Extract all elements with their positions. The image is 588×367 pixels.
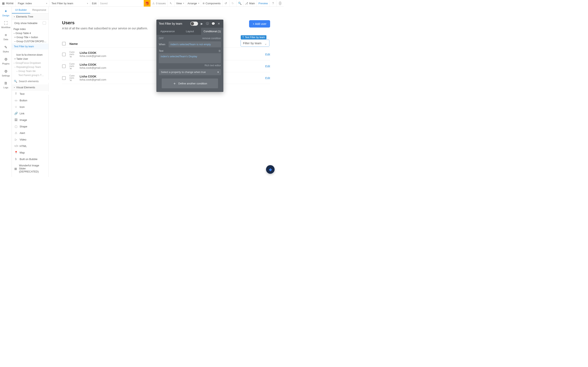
save-status: Saved [98, 0, 109, 7]
account-button[interactable] [277, 0, 284, 7]
rail-logs[interactable]: 🗎Logs [0, 79, 12, 91]
undo-icon: ↺ [225, 2, 227, 5]
row-checkbox[interactable] [62, 64, 66, 68]
rail-plugins[interactable]: ⚙Plugins [0, 55, 12, 67]
row-edit-button[interactable]: Edit [265, 76, 270, 80]
arrange-menu[interactable]: Arrange ▾ [186, 0, 201, 7]
rail-styles[interactable]: ✎Styles [0, 43, 12, 55]
help-fab[interactable]: ◆ [266, 165, 275, 174]
tab-layout[interactable]: Layout [179, 28, 201, 35]
tree-node[interactable]: Text Filter by team [12, 43, 48, 50]
elements-tree-header[interactable]: ▾ Elements Tree [12, 14, 48, 20]
search-icon: 🔍 [14, 80, 17, 83]
row-edit-button[interactable]: Edit [265, 65, 270, 68]
visual-element-item[interactable]: ▢Shape [12, 123, 48, 130]
property-tabs: Appearance Layout Conditional (1) [156, 28, 223, 35]
tree-node[interactable]: + Group Title + button [12, 35, 48, 39]
visual-element-item[interactable]: ☆Icon [12, 104, 48, 110]
element-type-label: Built on Bubble [20, 158, 37, 161]
row-checkbox[interactable] [62, 53, 66, 56]
tree-node[interactable]: Text Parent group's T… [12, 73, 48, 77]
rail-data[interactable]: ≡Data [0, 31, 12, 43]
tab-ui-builder[interactable]: UI Builder [12, 7, 30, 13]
rail-design[interactable]: ✦Design [0, 7, 12, 19]
view-menu[interactable]: View ▾ [174, 0, 186, 7]
redo-button[interactable]: ↻ [229, 0, 236, 7]
reveal-toggle[interactable] [190, 22, 198, 26]
help-button[interactable]: ? [270, 0, 277, 7]
text-expression-input[interactable]: index's selectedTeam's Display [159, 53, 221, 63]
tree-node[interactable]: – Group Table 4 [12, 31, 48, 35]
search-button[interactable]: 🔍 [236, 0, 243, 7]
edit-mode-button[interactable]: Edit [90, 0, 98, 7]
visual-element-item[interactable]: ⚠Alert [12, 130, 48, 136]
play-icon[interactable]: ▶ [200, 22, 204, 25]
tree-node[interactable]: – Group Team tile [12, 69, 48, 73]
search-elements-input[interactable] [19, 80, 53, 83]
delete-property-icon[interactable]: 🗑 [218, 49, 221, 52]
property-editor-title[interactable]: Text Filter by team [159, 22, 189, 25]
tree-node[interactable]: + Table User [12, 57, 48, 61]
tree-node[interactable]: – RepeatingGroup Team [12, 65, 48, 69]
visual-element-item[interactable]: 🖼Image [12, 117, 48, 123]
close-icon[interactable]: ✕ [217, 22, 221, 25]
visual-element-item[interactable]: ▦Wonderful Image Slider V2 [12, 175, 48, 177]
filter-by-team-element[interactable]: T Text Filter by team Filter by team ⌄ [241, 35, 269, 47]
visual-element-item[interactable]: 🔗Link [12, 110, 48, 117]
tree-node[interactable]: – Group CUSTOM DROPDO… [12, 39, 48, 43]
rail-workflow[interactable]: ⛶Workflow [0, 19, 12, 31]
element-type-icon: </> [14, 144, 17, 148]
select-property-label: Select a property to change when true [161, 71, 206, 74]
preview-button[interactable]: Preview [257, 0, 270, 7]
page-label: Page: index [18, 2, 32, 5]
visual-element-item[interactable]: ▦Wonderful Image Slider (DEPRECATED) [12, 162, 48, 175]
visual-element-item[interactable]: bBuilt on Bubble [12, 156, 48, 162]
tab-conditional[interactable]: Conditional (1) [201, 28, 223, 35]
pointer-tool-button[interactable]: ↖ [168, 0, 174, 7]
element-type-label: Shape [20, 125, 27, 128]
visual-element-item[interactable]: 📍Map [12, 149, 48, 156]
select-property-dropdown[interactable]: Select a property to change when true ▾ [159, 69, 221, 75]
add-user-button[interactable]: + Add user [249, 20, 270, 27]
row-edit-button[interactable]: Edit [265, 53, 270, 56]
text-property-label: Text [159, 50, 163, 52]
avatar-icon [279, 1, 282, 5]
components-button[interactable]: ⧈ Components [201, 0, 223, 7]
only-hideable-checkbox[interactable] [43, 21, 46, 25]
rail-settings[interactable]: ⚙Settings [0, 67, 12, 79]
info-icon[interactable]: ⓘ [205, 22, 209, 25]
gift-button[interactable]: 🎁 [144, 0, 151, 7]
element-type-icon: T [14, 92, 17, 95]
visual-element-item[interactable]: ▷Video [12, 136, 48, 143]
rail-label: Design [2, 14, 9, 17]
rich-text-editor-link[interactable]: Rich text editor [159, 64, 221, 67]
tree-node[interactable]: Icon fa fa-chevron-down [12, 53, 48, 57]
home-button[interactable]: ▦ Home [0, 0, 16, 7]
condition-off-label[interactable]: OFF [159, 37, 164, 40]
tree-node[interactable]: – GroupFocus Dropdown [12, 61, 48, 65]
remove-condition-button[interactable]: remove condition [202, 37, 221, 40]
row-email: lisha.cook@gmail.com [80, 66, 106, 69]
branch-button[interactable]: ⎇ Main [243, 0, 257, 7]
visual-element-item[interactable]: TText [12, 91, 48, 97]
undo-button[interactable]: ↺ [223, 0, 229, 7]
tab-responsive[interactable]: Responsive [30, 7, 49, 13]
visual-element-item[interactable]: ▭Button [12, 97, 48, 104]
element-selector[interactable]: Text Filter by team ▾ [49, 0, 90, 7]
define-another-condition-button[interactable]: ＋ Define another condition [162, 78, 218, 88]
only-hideable-label: Only show hideable [14, 22, 37, 25]
issues-button[interactable]: ⚠ 0 issues [151, 0, 168, 7]
visual-elements-header[interactable]: ▾ Visual Elements [12, 84, 48, 91]
data-icon: ≡ [5, 33, 7, 37]
tree-node[interactable]: Page index [12, 27, 48, 31]
filter-by-team-dropdown[interactable]: Filter by team ⌄ [241, 40, 269, 47]
tab-appearance[interactable]: Appearance [156, 28, 179, 35]
page-selector[interactable]: Page: index ▾ [16, 0, 49, 7]
property-editor[interactable]: Text Filter by team ▶ ⓘ 💬 ✕ Appearance L… [156, 20, 223, 92]
when-expression-input[interactable]: index's selectedTeam is not empty [169, 42, 221, 47]
select-all-checkbox[interactable] [62, 42, 66, 45]
row-checkbox[interactable] [62, 76, 66, 80]
visual-element-item[interactable]: </>HTML [12, 143, 48, 149]
settings-icon: ⚙ [4, 69, 8, 74]
comment-icon[interactable]: 💬 [211, 22, 215, 25]
